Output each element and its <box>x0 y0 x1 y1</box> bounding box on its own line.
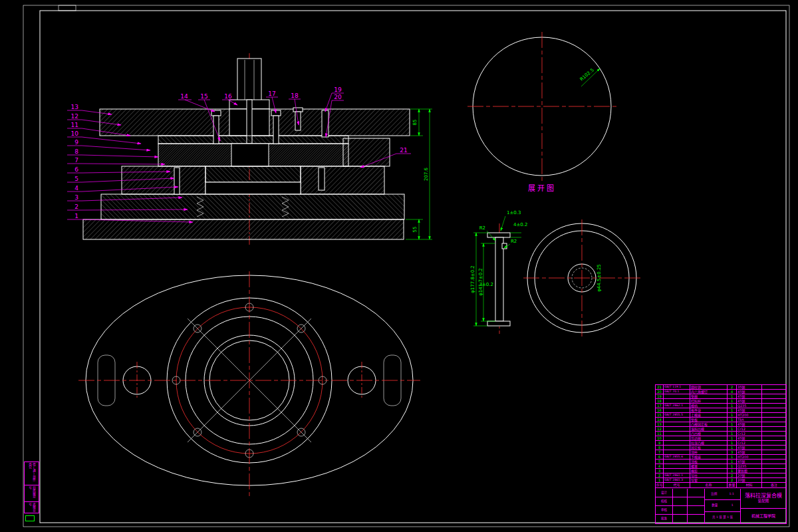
die-block-right <box>301 166 384 194</box>
part-material: 45钢 <box>737 390 762 394</box>
part-qty: 1 <box>728 418 737 422</box>
part-qty: 1 <box>728 408 737 412</box>
part-no: 5 <box>656 460 664 464</box>
part-code <box>664 450 690 454</box>
part-note <box>762 436 786 440</box>
part-name: 模柄 <box>690 404 728 408</box>
part-code <box>664 464 690 468</box>
svg-text:8: 8 <box>74 148 78 155</box>
ring-view: φ44.5±0.25 <box>523 219 640 336</box>
part-name: 顶板 <box>690 460 728 464</box>
part-name: 橡胶 <box>690 469 728 473</box>
part-code <box>664 436 690 440</box>
part-no: 10 <box>656 436 664 440</box>
part-no: 8 <box>656 446 664 450</box>
signature-row: 批准 <box>656 515 705 523</box>
dim-dia-center: φ44.5±0.25 <box>597 264 602 292</box>
parts-row: 11 凸凹模 1 Cr12 <box>656 432 786 436</box>
parts-row: 6 GB/T 2855.6 下模座 1 HT200 <box>656 455 786 460</box>
profile-view: φ177.8±0.2 φ141.7±0.2 1±0.3 4±0.2 R2 R2 … <box>470 210 527 334</box>
parts-row: 18 打料杆 1 45钢 <box>656 399 786 404</box>
die-block-left <box>122 166 205 194</box>
part-name: 垫圈 <box>690 394 728 398</box>
part-qty: 2 <box>728 385 737 389</box>
part-note <box>762 399 786 403</box>
dim-overall: 207.6 <box>424 167 429 181</box>
parts-row: 13 凸模固定板 1 45钢 <box>656 422 786 427</box>
margin-green-box <box>25 515 35 521</box>
svg-text:7: 7 <box>74 157 78 164</box>
part-note <box>762 390 786 394</box>
signature-date <box>688 489 705 497</box>
qty-label: 数量 <box>712 504 718 507</box>
margin-block-2: 旧底图总号 <box>24 485 39 502</box>
part-note <box>762 441 786 445</box>
svg-text:16: 16 <box>224 93 232 100</box>
svg-text:12: 12 <box>71 113 78 120</box>
part-name: 落料凹模 <box>690 427 728 431</box>
part-no: 7 <box>656 450 664 454</box>
header-note: 备注 <box>762 483 786 487</box>
part-material: T8A <box>737 418 762 422</box>
part-material: Q235 <box>737 464 762 468</box>
dim-bottom: 55 <box>412 227 418 233</box>
part-code <box>664 399 690 403</box>
part-code: GB/T 2861.3 <box>664 478 690 482</box>
parts-row: 10 压边圈 1 45钢 <box>656 436 786 441</box>
svg-text:14: 14 <box>180 93 188 100</box>
part-note <box>762 446 786 450</box>
part-material: HT200 <box>737 455 762 459</box>
part-code <box>664 408 690 412</box>
parts-list: 21 GB/T 119.1 圆柱销 2 35钢 20 GB/T 70.1 内六角… <box>656 385 786 483</box>
drawing-sheet: 13 12 11 10 9 8 7 6 5 4 3 2 1 <box>0 0 798 532</box>
part-qty: 1 <box>728 469 737 473</box>
part-material: Cr12 <box>737 427 762 431</box>
part-name: 导柱 <box>690 473 728 477</box>
part-qty: 1 <box>728 441 737 445</box>
part-name: 打料杆 <box>690 399 728 403</box>
part-no: 14 <box>656 418 664 422</box>
signature-grid: 设计 校核 审核 批准 <box>656 489 705 523</box>
part-qty: 1 <box>728 399 737 403</box>
part-material: Cr12 <box>737 441 762 445</box>
section-view: 13 12 11 10 9 8 7 6 5 4 3 2 1 <box>67 53 432 245</box>
title-block-bottom: 设计 校核 审核 批准 <box>656 489 786 523</box>
part-no: 2 <box>656 473 664 477</box>
part-name: 垫板 <box>690 418 728 422</box>
part-qty: 3 <box>728 450 737 454</box>
part-no: 13 <box>656 422 664 426</box>
part-name: 推件块 <box>690 408 728 412</box>
part-qty: 1 <box>728 464 737 468</box>
signature-label: 批准 <box>656 515 673 523</box>
part-no: 1 <box>656 478 664 482</box>
part-code: GB/T 2861.1 <box>664 473 690 477</box>
dim-step: 4±0.2 <box>513 222 527 227</box>
scale-value: 1:1 <box>730 493 734 496</box>
header-material: 材料 <box>737 483 762 487</box>
part-material: 45钢 <box>737 399 762 403</box>
part-code <box>664 418 690 422</box>
part-note <box>762 455 786 459</box>
drawing-title-block: 落料拉深复合模 装配图 机械工程学院 <box>741 489 786 523</box>
part-note <box>762 464 786 468</box>
part-name: 内六角螺钉 <box>690 390 728 394</box>
part-material: 聚氨酯 <box>737 469 762 473</box>
signature-row: 设计 <box>656 489 705 497</box>
dim-r1: R2 <box>479 225 485 231</box>
part-no: 3 <box>656 469 664 473</box>
part-name: 上模座 <box>690 413 728 417</box>
svg-text:2: 2 <box>74 203 78 210</box>
drawing-subtitle: 装配图 <box>758 499 769 503</box>
part-name: 拉深凸模 <box>690 441 728 445</box>
signature-name <box>673 506 688 514</box>
svg-text:10: 10 <box>71 130 79 137</box>
part-qty: 1 <box>728 460 737 464</box>
part-name: 下模座 <box>690 455 728 459</box>
part-note <box>762 460 786 464</box>
part-qty: 1 <box>728 446 737 450</box>
part-qty: 1 <box>728 404 737 408</box>
parts-row: 2 GB/T 2861.1 导柱 2 20钢 <box>656 473 786 478</box>
part-note <box>762 478 786 482</box>
part-note <box>762 404 786 408</box>
svg-text:19: 19 <box>334 86 342 93</box>
